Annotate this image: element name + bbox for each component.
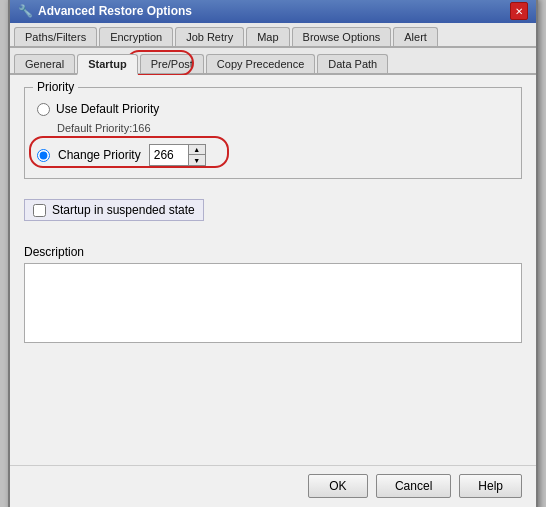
tab-encryption[interactable]: Encryption bbox=[99, 27, 173, 46]
spinbox-buttons: ▲ ▼ bbox=[188, 145, 205, 165]
priority-spinbox: 266 ▲ ▼ bbox=[149, 144, 206, 166]
tab-row-2: General Startup Pre/Post Copy Precedence… bbox=[10, 48, 536, 75]
cancel-button[interactable]: Cancel bbox=[376, 474, 451, 498]
title-bar: 🔧 Advanced Restore Options ✕ bbox=[10, 0, 536, 23]
priority-value-input[interactable]: 266 bbox=[150, 145, 188, 165]
description-section: Description bbox=[24, 245, 522, 346]
spin-up-button[interactable]: ▲ bbox=[189, 145, 205, 155]
description-textarea[interactable] bbox=[24, 263, 522, 343]
content-area: Priority Use Default Priority Default Pr… bbox=[10, 75, 536, 465]
change-priority-radio[interactable] bbox=[37, 149, 50, 162]
use-default-radio[interactable] bbox=[37, 103, 50, 116]
change-priority-row: Change Priority 266 ▲ ▼ bbox=[37, 144, 206, 166]
startup-checkbox[interactable] bbox=[33, 204, 46, 217]
priority-group: Priority Use Default Priority Default Pr… bbox=[24, 87, 522, 179]
tab-data-path[interactable]: Data Path bbox=[317, 54, 388, 73]
tab-paths-filters[interactable]: Paths/Filters bbox=[14, 27, 97, 46]
ok-button[interactable]: OK bbox=[308, 474, 368, 498]
tab-startup[interactable]: Startup bbox=[77, 54, 138, 75]
window-icon: 🔧 bbox=[18, 4, 32, 18]
button-row: OK Cancel Help bbox=[10, 465, 536, 507]
title-bar-left: 🔧 Advanced Restore Options bbox=[18, 4, 192, 18]
use-default-radio-row: Use Default Priority bbox=[37, 102, 509, 116]
tab-pre-post[interactable]: Pre/Post bbox=[140, 54, 204, 73]
tab-copy-precedence[interactable]: Copy Precedence bbox=[206, 54, 315, 73]
tab-job-retry[interactable]: Job Retry bbox=[175, 27, 244, 46]
tab-map[interactable]: Map bbox=[246, 27, 289, 46]
help-button[interactable]: Help bbox=[459, 474, 522, 498]
window-title: Advanced Restore Options bbox=[38, 4, 192, 18]
tab-alert[interactable]: Alert bbox=[393, 27, 438, 46]
main-window: 🔧 Advanced Restore Options ✕ Paths/Filte… bbox=[8, 0, 538, 507]
use-default-label[interactable]: Use Default Priority bbox=[56, 102, 159, 116]
change-priority-label[interactable]: Change Priority bbox=[58, 148, 141, 162]
tab-general[interactable]: General bbox=[14, 54, 75, 73]
priority-group-label: Priority bbox=[33, 80, 78, 94]
startup-checkbox-container: Startup in suspended state bbox=[24, 199, 204, 221]
close-button[interactable]: ✕ bbox=[510, 2, 528, 20]
spin-down-button[interactable]: ▼ bbox=[189, 155, 205, 165]
tab-row-1: Paths/Filters Encryption Job Retry Map B… bbox=[10, 23, 536, 48]
tab-browse-options[interactable]: Browse Options bbox=[292, 27, 392, 46]
default-priority-text: Default Priority:166 bbox=[57, 122, 509, 134]
startup-checkbox-label[interactable]: Startup in suspended state bbox=[52, 203, 195, 217]
description-label: Description bbox=[24, 245, 522, 259]
